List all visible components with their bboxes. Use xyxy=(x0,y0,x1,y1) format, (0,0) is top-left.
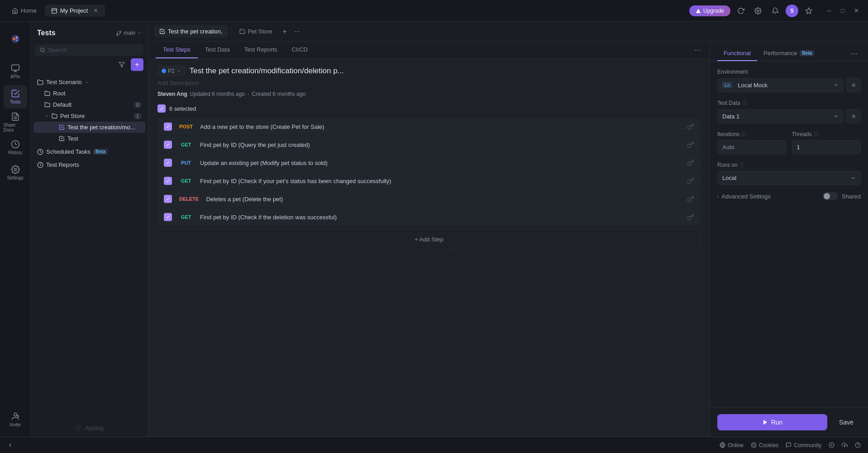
close-button[interactable]: ✕ xyxy=(850,5,863,17)
add-step-button[interactable]: + Add Step xyxy=(157,229,701,250)
tree-item-default[interactable]: Default 0 xyxy=(33,99,145,110)
step-action-icon-1[interactable] xyxy=(687,123,694,130)
star-icon[interactable] xyxy=(802,4,816,18)
avatar[interactable]: S xyxy=(786,5,798,17)
step-checkbox-2[interactable]: ✓ xyxy=(164,141,172,149)
tree-item-test[interactable]: Test xyxy=(33,133,145,144)
svg-point-31 xyxy=(754,446,755,446)
minimize-button[interactable]: ─ xyxy=(823,5,835,17)
threads-info-icon[interactable]: ⓘ xyxy=(814,131,819,137)
test-data-select-row: Data 1 ≡ xyxy=(717,109,861,123)
step-checkbox-4[interactable]: ✓ xyxy=(164,177,172,185)
test-reports-header[interactable]: Test Reports xyxy=(33,159,145,170)
collapse-button[interactable] xyxy=(7,442,13,448)
sidebar-item-apis[interactable]: APIs xyxy=(4,60,27,83)
env-prefix: Lo xyxy=(722,82,732,88)
upload-status-button[interactable] xyxy=(842,442,848,448)
advanced-settings-button[interactable]: › Advanced Settings xyxy=(717,193,771,200)
test-data-select[interactable]: Data 1 xyxy=(717,109,844,123)
step-text-1: Add a new pet to the store (Create Pet f… xyxy=(200,123,682,130)
sidebar-item-history[interactable]: History xyxy=(4,136,27,159)
tree-item-testpetcreation-label: Test the pet creation/mo... xyxy=(67,124,142,131)
step-item[interactable]: ✓ DELETE Deletes a pet (Delete the pet) xyxy=(157,190,701,208)
test-tab-cicd[interactable]: CI/CD xyxy=(285,42,315,58)
tree-item-petstore[interactable]: Pet Store 1 xyxy=(33,110,145,122)
online-status[interactable]: Online xyxy=(720,442,744,448)
add-description-field[interactable]: Add Description xyxy=(157,80,701,86)
shared-toggle[interactable] xyxy=(823,192,838,200)
sub-tab-testpetcreation[interactable]: Test the pet creation, xyxy=(154,25,228,38)
right-tab-functional[interactable]: Functional xyxy=(717,46,757,61)
step-action-icon-2[interactable] xyxy=(687,141,694,148)
environment-list-button[interactable]: ≡ xyxy=(846,78,861,92)
test-tab-teststeps[interactable]: Test Steps xyxy=(156,42,198,58)
tree-item-root[interactable]: Root xyxy=(33,88,145,99)
notification-icon[interactable] xyxy=(768,4,782,18)
right-tab-performance-label: Performance xyxy=(763,50,797,57)
add-status-button[interactable] xyxy=(829,442,835,448)
run-button[interactable]: Run xyxy=(717,414,827,430)
right-panel-more-button[interactable]: ··· xyxy=(847,47,861,61)
search-input[interactable] xyxy=(48,47,139,53)
logo-icon[interactable] xyxy=(4,27,27,51)
upgrade-button[interactable]: Upgrade xyxy=(689,5,730,16)
svg-point-6 xyxy=(15,39,18,42)
sidebar-item-tests[interactable]: Tests xyxy=(4,85,27,109)
test-scenario-header[interactable]: Test Scenario xyxy=(33,76,145,88)
more-tabs-button[interactable]: ··· xyxy=(291,26,303,38)
step-item[interactable]: ✓ PUT Update an existing pet (Modify pet… xyxy=(157,154,701,171)
help-button[interactable] xyxy=(855,442,861,448)
test-tab-testreports[interactable]: Test Reports xyxy=(237,42,285,58)
tab-close-button[interactable]: ✕ xyxy=(92,8,99,14)
priority-selector[interactable]: P2 xyxy=(157,66,185,76)
filter-button[interactable] xyxy=(115,58,128,71)
step-action-icon-3[interactable] xyxy=(687,159,694,166)
step-checkbox-5[interactable]: ✓ xyxy=(164,195,172,203)
add-tab-button[interactable]: + xyxy=(279,26,291,38)
right-tab-performance[interactable]: Performance Beta xyxy=(757,46,820,61)
sub-tab-petstore[interactable]: Pet Store xyxy=(234,25,278,38)
step-action-icon-5[interactable] xyxy=(687,195,694,203)
test-data-list-button[interactable]: ≡ xyxy=(846,109,861,123)
test-data-info-icon[interactable]: ⓘ xyxy=(742,99,747,106)
created-text: Created 6 months ago xyxy=(252,91,305,97)
cookies-button[interactable]: Cookies xyxy=(751,442,778,448)
svg-point-18 xyxy=(40,48,44,52)
svg-marker-20 xyxy=(119,62,124,67)
branch-selector[interactable]: main xyxy=(116,30,142,36)
step-item[interactable]: ✓ POST Add a new pet to the store (Creat… xyxy=(157,118,701,135)
tab-home[interactable]: Home xyxy=(5,5,43,17)
step-item[interactable]: ✓ GET Find pet by ID (Check if the delet… xyxy=(157,208,701,226)
maximize-button[interactable]: □ xyxy=(836,5,849,17)
test-tab-more-button[interactable]: ··· xyxy=(693,42,702,58)
step-checkbox-3[interactable]: ✓ xyxy=(164,159,172,167)
settings-icon[interactable] xyxy=(751,4,765,18)
iterations-input[interactable]: Auto xyxy=(717,140,787,154)
community-button[interactable]: Community xyxy=(786,442,821,448)
step-checkbox-1[interactable]: ✓ xyxy=(164,123,172,131)
iterations-info-icon[interactable]: ⓘ xyxy=(741,131,746,137)
sidebar-item-settings[interactable]: Settings xyxy=(4,161,27,184)
test-tab-testdata[interactable]: Test Data xyxy=(198,42,237,58)
method-badge-post-1: POST xyxy=(176,123,196,130)
step-item[interactable]: ✓ GET Find pet by ID (Check if your pet'… xyxy=(157,172,701,189)
nav-tree: Test Scenario Root Default 0 Pet Store xyxy=(31,75,148,419)
tree-item-testpetcreation[interactable]: Test the pet creation/mo... xyxy=(33,122,145,133)
runs-on-info-icon[interactable]: ⓘ xyxy=(739,161,744,168)
scheduled-tasks-header[interactable]: Scheduled Tasks Beta xyxy=(33,146,145,157)
step-action-icon-4[interactable] xyxy=(687,177,694,184)
step-item[interactable]: ✓ GET Find pet by ID (Query the pet just… xyxy=(157,136,701,153)
threads-input[interactable]: 1 xyxy=(792,140,861,154)
sidebar-item-invite[interactable]: Invite xyxy=(4,408,27,431)
sidebar-item-sharedocs[interactable]: Share Docs xyxy=(4,110,27,134)
tab-project[interactable]: My Project ✕ xyxy=(45,5,105,17)
save-label: Save xyxy=(839,419,854,426)
refresh-icon[interactable] xyxy=(734,4,748,18)
add-test-button[interactable]: + xyxy=(131,58,143,71)
environment-select[interactable]: Lo Local Mock xyxy=(717,78,844,92)
step-checkbox-6[interactable]: ✓ xyxy=(164,213,172,221)
save-button[interactable]: Save xyxy=(832,414,861,430)
step-action-icon-6[interactable] xyxy=(687,213,694,221)
runs-on-select[interactable]: Local xyxy=(717,171,861,185)
step-text-4: Find pet by ID (Check if your pet's stat… xyxy=(200,178,682,184)
